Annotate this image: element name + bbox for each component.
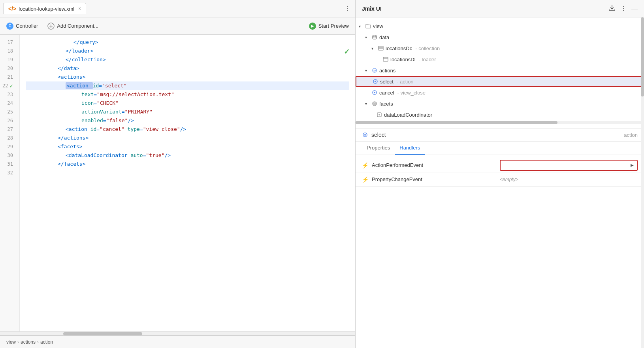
tree-label-dataLoadCoordinator: dataLoadCoordinator: [384, 112, 432, 118]
controller-icon: C: [6, 23, 13, 30]
code-line-20: </data>: [26, 64, 349, 73]
tab-title: location-lookup-view.xml: [19, 6, 74, 12]
code-line-23: text="msg://selectAction.text": [26, 90, 349, 99]
handler-value-action-performed[interactable]: ▶: [500, 160, 638, 171]
xml-icon: </>: [8, 6, 16, 12]
collection-icon: [378, 45, 384, 51]
tree-label-locationsDc: locationsDc: [386, 45, 412, 51]
jmix-scrollbar[interactable]: [641, 17, 644, 348]
tree-sublabel-locationsDc: - collection: [415, 45, 440, 51]
tree-item-data[interactable]: ▾ data: [356, 32, 644, 43]
svg-point-9: [374, 92, 375, 93]
handler-value-property-change: <empty>: [500, 177, 638, 182]
handler-empty-property-change: <empty>: [500, 177, 518, 182]
handler-name-action-performed: ActionPerformedEvent: [372, 162, 423, 168]
breadcrumb-view[interactable]: view: [6, 339, 16, 345]
loader-icon: [382, 56, 389, 62]
svg-point-13: [364, 134, 366, 136]
properties-tabs: Properties Handlers: [356, 142, 644, 155]
tree-item-actions[interactable]: ▾ actions: [356, 65, 644, 76]
breadcrumb-action[interactable]: action: [40, 339, 53, 345]
folder-icon-view: [365, 23, 371, 29]
action-radio-icon-cancel: [371, 89, 378, 96]
code-line-28: </actions>: [26, 134, 349, 142]
code-line-30: <dataLoadCoordinator auto="true"/>: [26, 151, 349, 160]
jmix-panel: Jmix UI ⋮ — ▾ view: [356, 0, 644, 348]
handler-dropdown-action-performed[interactable]: ▶: [500, 160, 638, 171]
code-line-21: <actions>: [26, 73, 349, 81]
chevron-data: ▾: [365, 35, 370, 40]
code-line-22: <action id="select": [26, 81, 349, 90]
tree-item-locationsDl[interactable]: locationsDl - loader: [356, 54, 644, 65]
validation-checkmark: ✓: [344, 47, 350, 56]
editor-scrollbar-thumb[interactable]: [63, 332, 142, 335]
jmix-header-actions: ⋮ —: [608, 4, 638, 13]
chevron-view: ▾: [359, 24, 363, 28]
tree-item-dataLoadCoordinator[interactable]: dataLoadCoordinator: [356, 109, 644, 120]
tree-label-data: data: [379, 34, 389, 40]
code-content[interactable]: </query> </loader> </collection>: [20, 35, 355, 331]
tab-close-button[interactable]: ×: [78, 6, 81, 11]
tab-handlers[interactable]: Handlers: [395, 142, 425, 155]
tree-label-select: select: [380, 79, 394, 85]
editor-horizontal-scrollbar[interactable]: [0, 331, 355, 335]
editor-toolbar: C Controller Add Component... ▶ Start Pr…: [0, 17, 355, 35]
handler-label-action-performed: ⚡ ActionPerformedEvent: [362, 162, 500, 168]
code-line-26: enabled="false"/>: [26, 116, 349, 125]
code-line-25: actionVariant="PRIMARY": [26, 108, 349, 116]
handler-name-property-change: PropertyChangeEvent: [372, 176, 422, 182]
tree-label-locationsDl: locationsDl: [390, 57, 416, 62]
code-line-29: <facets>: [26, 142, 349, 151]
tree-horizontal-scrollbar[interactable]: [356, 121, 644, 124]
start-preview-button[interactable]: ▶ Start Preview: [309, 23, 349, 30]
line-numbers: 17 18 19 20 21 22✓ 23 24 25 26 27 28 29 …: [0, 35, 20, 331]
breadcrumb-actions[interactable]: actions: [21, 339, 36, 345]
svg-point-5: [373, 68, 377, 72]
breadcrumb-sep-2: ›: [37, 339, 39, 345]
handler-label-property-change: ⚡ PropertyChangeEvent: [362, 176, 500, 183]
tree-label-facets: facets: [379, 101, 393, 107]
chevron-locationsDc: ▾: [371, 46, 376, 51]
controller-button[interactable]: C Controller: [6, 23, 38, 30]
code-line-18: </loader>: [26, 47, 349, 55]
jmix-export-button[interactable]: [608, 4, 616, 13]
tree-item-facets[interactable]: ▾ facets: [356, 98, 644, 109]
jmix-component-tree: ▾ view ▾ data ▾ locationsDc: [356, 17, 644, 129]
code-line-19: </collection>: [26, 55, 349, 64]
handler-row-property-change: ⚡ PropertyChangeEvent <empty>: [356, 172, 644, 187]
tree-item-cancel[interactable]: cancel - view_close: [356, 87, 644, 98]
svg-point-7: [375, 81, 376, 82]
tree-scrollbar-thumb[interactable]: [356, 121, 557, 124]
add-component-button[interactable]: Add Component...: [47, 23, 98, 30]
jmix-more-button[interactable]: ⋮: [620, 5, 627, 12]
svg-point-2: [373, 35, 377, 37]
selected-item-label: select: [371, 132, 386, 138]
breadcrumb: view › actions › action: [0, 335, 355, 348]
tree-item-select[interactable]: select - action: [356, 76, 644, 87]
handler-row-action-performed: ⚡ ActionPerformedEvent ▶: [356, 158, 644, 172]
data-icon: [371, 34, 378, 40]
tab-more-button[interactable]: ⋮: [343, 3, 352, 14]
properties-section: select action Properties Handlers ⚡ Acti…: [356, 129, 644, 348]
tree-item-locationsDc[interactable]: ▾ locationsDc - collection: [356, 43, 644, 54]
code-line-17: </query>: [26, 38, 349, 47]
svg-rect-4: [383, 57, 388, 61]
selected-item-type: action: [624, 132, 638, 138]
jmix-header: Jmix UI ⋮ —: [356, 0, 644, 17]
lightning-icon-1: ⚡: [362, 162, 369, 168]
add-component-icon: [47, 23, 55, 30]
jmix-minimize-button[interactable]: —: [631, 5, 638, 12]
tree-label-cancel: cancel: [379, 90, 394, 96]
actions-icon: [371, 67, 378, 74]
dropdown-arrow-icon: ▶: [631, 163, 634, 167]
editor-tab[interactable]: </> location-lookup-view.xml ×: [3, 3, 86, 14]
editor-panel: </> location-lookup-view.xml × ⋮ C Contr…: [0, 0, 356, 348]
tab-properties[interactable]: Properties: [362, 142, 395, 155]
jmix-scrollbar-thumb[interactable]: [641, 17, 644, 96]
svg-rect-3: [378, 46, 383, 50]
tree-label-actions: actions: [379, 68, 395, 74]
tree-item-view[interactable]: ▾ view: [356, 21, 644, 32]
start-preview-icon: ▶: [309, 23, 316, 30]
code-area[interactable]: 17 18 19 20 21 22✓ 23 24 25 26 27 28 29 …: [0, 35, 355, 331]
dlc-icon: [376, 112, 382, 118]
